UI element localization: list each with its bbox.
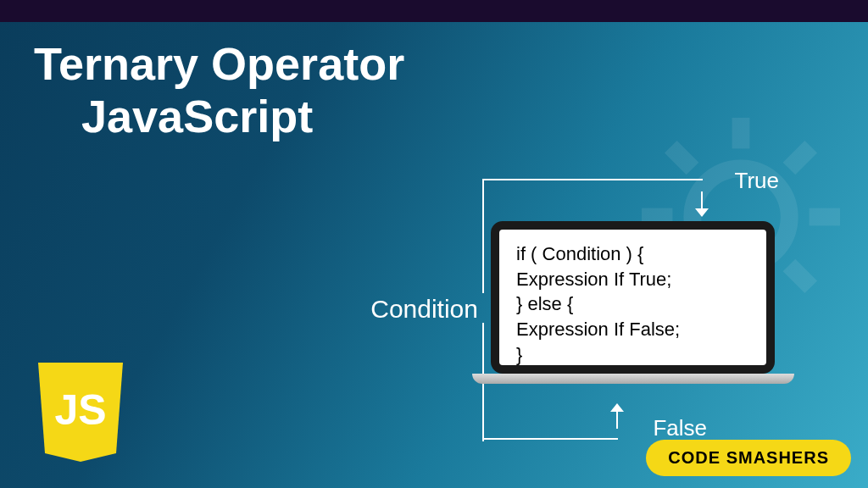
svg-rect-1: [732, 118, 750, 148]
connector-line: [482, 179, 484, 293]
true-label: True: [735, 168, 780, 194]
title-line-1: Ternary Operator: [34, 37, 404, 90]
code-line: }: [516, 342, 749, 368]
main-content: Ternary Operator JavaScript JS Condition…: [0, 22, 868, 488]
connector-line: [482, 179, 703, 180]
title-line-2: JavaScript: [34, 90, 404, 142]
false-label: False: [653, 415, 707, 441]
code-line: } else {: [516, 291, 749, 317]
code-line: Expression If False;: [516, 317, 749, 342]
condition-label: Condition: [370, 295, 478, 324]
svg-rect-5: [783, 141, 817, 175]
js-logo-icon: JS: [34, 358, 127, 464]
top-bar: [0, 0, 868, 22]
brand-badge: CODE SMASHERS: [646, 440, 851, 476]
arrow-down-icon: [693, 191, 710, 219]
svg-rect-4: [810, 208, 840, 226]
code-snippet: if ( Condition ) { Expression If True; }…: [516, 241, 749, 367]
code-line: Expression If True;: [516, 267, 749, 292]
connector-line: [482, 438, 618, 440]
svg-rect-7: [665, 141, 698, 175]
laptop-base: [472, 374, 794, 384]
arrow-up-icon: [609, 402, 626, 429]
svg-text:JS: JS: [54, 386, 106, 434]
laptop-illustration: if ( Condition ) { Expression If True; }…: [491, 221, 775, 384]
code-line: if ( Condition ) {: [516, 241, 749, 267]
page-title: Ternary Operator JavaScript: [34, 37, 404, 142]
svg-rect-8: [783, 259, 817, 293]
laptop-screen: if ( Condition ) { Expression If True; }…: [491, 221, 775, 374]
